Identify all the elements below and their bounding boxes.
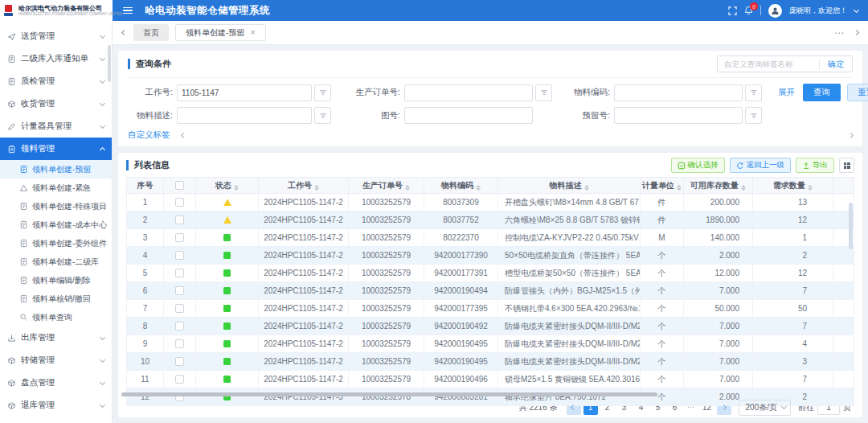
tags-scroll-left-icon[interactable] [180,132,186,138]
sidebar-scrollbar[interactable] [108,45,111,82]
sidebar-subitem[interactable]: 领料单编辑/删除 [0,271,112,290]
tags-scroll-right-icon[interactable] [848,132,854,138]
sidebar-item[interactable]: 质检管理 [0,70,112,92]
sort-icon[interactable] [234,185,239,191]
sidebar-item[interactable]: 计量器具管理 [0,115,112,138]
sidebar-collapse-icon[interactable] [123,7,133,14]
table-row[interactable]: 32024HPC1105-1147-21000325257980222370控制… [127,229,854,247]
table-row[interactable]: 52024HPC1105-1147-2100032525799420001773… [127,265,854,282]
column-header-status[interactable]: 状态 [196,178,259,194]
column-header-order_no[interactable]: 生产订单号 [349,178,424,194]
sort-icon[interactable] [584,185,589,191]
select-all-checkbox[interactable] [175,181,184,190]
avatar[interactable] [768,4,782,18]
row-checkbox[interactable] [175,216,184,224]
sidebar-subitem[interactable]: 领料单创建-委外组件 [0,234,112,253]
table-row[interactable]: 82024HPC1105-1147-2100032525799420001904… [127,318,854,335]
table-row[interactable]: 62024HPC1105-1147-2100032525799420001904… [127,282,854,300]
filter-button[interactable] [314,84,331,101]
back-to-parent-button[interactable]: 返回上一级 [730,158,792,173]
sort-icon[interactable] [314,185,319,191]
row-checkbox[interactable] [175,269,184,277]
fullscreen-icon[interactable] [728,6,737,15]
table-row[interactable]: 112024HPC1105-1147-210003252579942000190… [127,371,854,388]
filter-button[interactable] [535,84,552,101]
table-row[interactable]: 102024HPC1105-1147-210003252579942000190… [127,353,854,371]
sort-icon[interactable] [808,185,813,191]
row-checkbox[interactable] [175,251,184,260]
chevron-down-icon [100,401,105,407]
table-row[interactable]: 12024HPC1105-1147-21000325257980037309开槽… [127,194,854,212]
sidebar-subitem[interactable]: 领料单查询 [0,308,112,326]
material-code-input[interactable] [614,84,743,101]
material-desc-input[interactable] [177,107,312,124]
vertical-scrollbar[interactable] [849,203,853,249]
sort-icon[interactable] [405,185,410,191]
row-checkbox[interactable] [175,233,184,242]
tabs-more-icon[interactable]: ⋯ [834,27,845,39]
column-header-unit[interactable]: 计量单位 [641,178,684,194]
sort-icon[interactable] [677,185,682,191]
sidebar-item[interactable]: 出库管理 [0,326,112,349]
sidebar-item[interactable]: 送货管理 [0,25,112,47]
sidebar-item[interactable]: 领料管理 [0,138,112,160]
sidebar-subitem[interactable]: 领料单创建-二级库 [0,253,112,271]
row-checkbox[interactable] [175,198,184,207]
sort-icon[interactable] [476,185,481,191]
filter-button[interactable] [745,107,762,124]
horizontal-scrollbar[interactable] [121,392,657,396]
column-header-demand_qty[interactable]: 需求数量 [753,178,833,194]
column-header-work_no[interactable]: 工作号 [259,178,349,194]
custom-tags-link[interactable]: 自定义标签 [128,129,170,141]
tabs-scroll-right-icon[interactable] [854,30,859,35]
sidebar-item[interactable]: 盘点管理 [0,372,112,394]
sort-icon[interactable] [741,185,746,191]
row-checkbox[interactable] [175,322,184,331]
row-checkbox[interactable] [175,339,184,348]
confirm-tag-button[interactable]: 确定 [820,59,852,70]
confirm-selection-button[interactable]: 确认选择 [671,158,725,173]
cell-select [164,371,196,388]
page-size-select[interactable]: 200条/页 [739,400,791,416]
sidebar-subitem[interactable]: 领料单创建-预留 [0,160,112,179]
work-no-input[interactable] [177,84,312,101]
search-button[interactable]: 查询 [803,84,841,101]
sidebar-item[interactable]: 收货管理 [0,92,112,115]
column-settings-button[interactable] [839,158,854,173]
row-checkbox[interactable] [175,304,184,313]
row-checkbox[interactable] [175,357,184,366]
header-divider [760,6,761,15]
expand-link[interactable]: 展开 [778,87,795,98]
sidebar-subitem[interactable]: 领料单核销/撤回 [0,290,112,308]
sidebar-subitem[interactable]: 领料单创建-成本中心 [0,216,112,234]
tab-home[interactable]: 首页 [133,24,169,41]
export-button[interactable]: 导出 [796,158,834,173]
sidebar-item[interactable]: 二级库入库通知单 [0,47,112,70]
row-checkbox[interactable] [175,286,184,295]
row-checkbox[interactable] [175,375,184,384]
filter-button[interactable] [745,84,762,101]
sidebar-subitem[interactable]: 领料单创建-紧急 [0,179,112,197]
tabs-scroll-left-icon[interactable] [122,31,126,35]
column-header-material_code[interactable]: 物料编码 [424,178,498,194]
user-menu-chevron-down-icon[interactable] [854,6,859,12]
table-row[interactable]: 92024HPC1105-1147-2100032525799420001904… [127,335,854,353]
custom-tag-input[interactable] [718,60,819,68]
reset-button[interactable]: 重置 [847,84,868,101]
filter-button[interactable] [314,107,331,124]
sidebar-subitem[interactable]: 领料单创建-特殊项目 [0,197,112,216]
notification-bell-icon[interactable]: 0 [744,6,753,15]
drawing-no-input[interactable] [404,107,533,124]
close-tab-icon[interactable]: × [250,28,255,37]
sidebar-item[interactable]: 退库管理 [0,394,112,417]
reserve-no-input[interactable] [614,107,743,124]
table-row[interactable]: 22024HPC1105-1147-21000325257980037752六角… [127,212,854,229]
production-order-no-input[interactable] [404,84,533,101]
tab-material-requisition[interactable]: 领料单创建-预留× [175,24,266,41]
table-row[interactable]: 42024HPC1105-1147-2100032525799420001773… [127,247,854,265]
cell-select [164,212,196,229]
table-row[interactable]: 72024HPC1105-1147-2100032525799420001773… [127,300,854,318]
column-header-stock_qty[interactable]: 可用库存数量 [684,178,753,194]
sidebar-item[interactable]: 转储管理 [0,349,112,372]
column-header-material_desc[interactable]: 物料描述 [498,178,641,194]
